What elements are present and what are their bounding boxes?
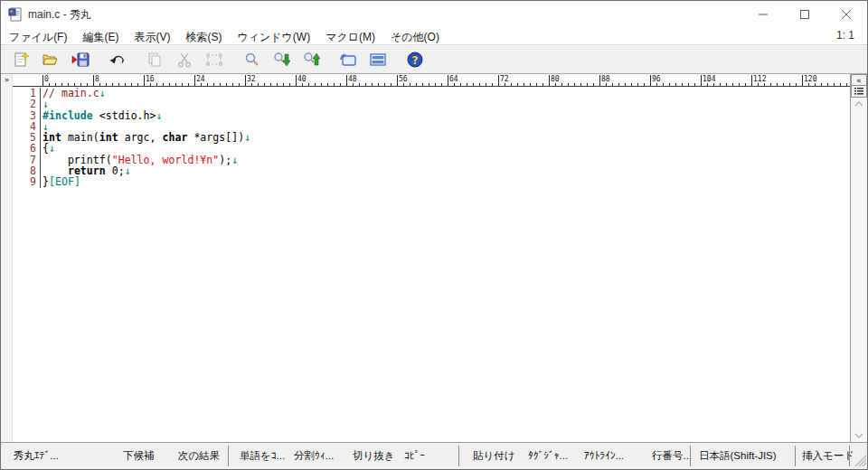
ruler-minor-tick [682, 83, 683, 86]
code-line[interactable]: 3#include <stdio.h>↓ [13, 110, 850, 121]
ruler-minor-tick [726, 83, 727, 86]
status-item-next-candidate[interactable]: 下候補 [123, 443, 155, 469]
resize-grip[interactable] [854, 454, 866, 468]
code-line[interactable]: 7 printf("Hello, world!¥n");↓ [13, 155, 850, 165]
close-button[interactable] [826, 1, 867, 28]
status-item-paste[interactable]: 貼り付け [473, 443, 515, 469]
ruler-minor-tick [517, 83, 518, 86]
status-item-split-window[interactable]: 分割ｳｨ... [294, 443, 334, 469]
ruler-minor-tick [561, 83, 562, 86]
status-item-next-result[interactable]: 次の結果 [178, 443, 220, 469]
status-item-outline[interactable]: ｱｳﾄﾗｲﾝ... [584, 443, 624, 469]
status-item-tag-jump[interactable]: ﾀｸﾞｼﾞｬ... [528, 443, 568, 469]
status-item-encoding[interactable]: 日本語(Shift-JIS) [699, 443, 777, 469]
code-line[interactable]: 5int main(int argc, char *args[])↓ [13, 132, 850, 143]
status-item-app-name[interactable]: 秀丸ｴﾃﾞ... [14, 443, 59, 469]
menu-item-macro[interactable]: マクロ(M) [326, 31, 375, 43]
ruler-minor-tick [821, 83, 822, 86]
ruler-minor-tick [505, 83, 505, 86]
menu-item-file[interactable]: ファイル(F) [9, 31, 67, 43]
ruler-label: 72 [500, 75, 509, 83]
ruler-major-tick [144, 75, 145, 86]
ruler-minor-tick [169, 83, 170, 86]
ruler-major-tick [93, 75, 94, 86]
editor-main[interactable]: 081624324048566472808896104112120 1// ma… [13, 74, 850, 442]
open-folder-button[interactable] [42, 51, 60, 69]
status-separator [690, 446, 691, 466]
ruler-major-tick [751, 75, 752, 86]
menu-item-edit[interactable]: 編集(E) [82, 31, 118, 43]
menu-item-search[interactable]: 検索(S) [185, 31, 222, 43]
undo-button[interactable] [108, 51, 127, 69]
split-window-button[interactable] [369, 51, 387, 69]
ruler-minor-tick [321, 83, 322, 86]
ruler-minor-tick [492, 83, 493, 86]
ruler-minor-tick [315, 83, 316, 86]
copy-button[interactable] [146, 51, 164, 69]
status-separator [849, 446, 850, 466]
split-window-icon [369, 51, 387, 69]
collapse-ruler-button[interactable]: « [851, 74, 867, 86]
ruler-minor-tick [764, 83, 765, 86]
ruler-label: 120 [804, 75, 816, 83]
code-line[interactable]: 1// main.c↓ [13, 88, 850, 99]
status-item-line-number[interactable]: 行番号... [652, 443, 692, 469]
menu-item-view[interactable]: 表示(V) [134, 31, 170, 43]
ruler-label: 104 [703, 75, 715, 83]
vertical-scrollbar[interactable]: « [850, 74, 867, 442]
help-button[interactable]: ? [406, 51, 424, 69]
scroll-up-icon [854, 101, 863, 107]
status-item-copy[interactable]: ｺﾋﾟｰ [404, 443, 425, 469]
code-line[interactable]: 9}[EOF] [13, 176, 850, 187]
cut-button[interactable] [175, 51, 193, 69]
save-button[interactable] [71, 51, 90, 69]
select-button[interactable] [205, 51, 223, 69]
ruler-minor-tick [467, 83, 467, 86]
scrollbar-track[interactable] [851, 98, 867, 442]
ruler-minor-tick [372, 83, 373, 86]
menu-item-other[interactable]: その他(O) [391, 31, 439, 43]
ruler-minor-tick [694, 83, 695, 86]
ruler-minor-tick [631, 83, 632, 86]
code-area[interactable]: 1// main.c↓2↓3#include <stdio.h>↓4↓5int … [13, 87, 850, 188]
ruler-major-tick [549, 75, 550, 86]
ruler-minor-tick [834, 83, 835, 86]
ruler-minor-tick [542, 83, 543, 86]
search-prev-button[interactable] [302, 51, 320, 69]
new-file-button[interactable] [12, 51, 30, 69]
ruler-minor-tick [391, 83, 392, 86]
ruler-label: 96 [652, 75, 661, 83]
tag-jump-button[interactable] [339, 51, 357, 69]
minimize-button[interactable] [742, 1, 784, 28]
menu-bar: ファイル(F)編集(E)表示(V)検索(S)ウィンドウ(W)マクロ(M)その他(… [1, 28, 867, 44]
left-margin-strip: » [1, 74, 13, 442]
ruler-minor-tick [416, 83, 417, 86]
line-number: 7 [13, 155, 41, 165]
status-item-input-mode[interactable]: 挿入モード [802, 443, 854, 469]
list-icon [854, 88, 863, 95]
ruler-major-tick [194, 75, 195, 86]
ruler-major-tick [498, 75, 499, 86]
line-list-button[interactable] [851, 86, 867, 98]
status-item-cut[interactable]: 切り抜き [353, 443, 395, 469]
ruler-minor-tick [410, 83, 410, 86]
ruler-major-tick [245, 75, 246, 86]
code-line[interactable]: 8 return 0;↓ [13, 165, 850, 176]
window-title: main.c - 秀丸 [28, 7, 91, 23]
search-next-button[interactable] [272, 51, 290, 69]
maximize-button[interactable] [784, 1, 826, 28]
line-number: 9 [13, 176, 41, 187]
ruler-minor-tick [403, 83, 404, 86]
ruler-minor-tick [251, 83, 252, 86]
help-icon: ? [406, 51, 424, 69]
ruler-minor-tick [112, 83, 113, 86]
ruler-minor-tick [783, 83, 784, 86]
status-item-copy-word[interactable]: 単語をｺ... [240, 443, 285, 469]
margin-expand-button[interactable]: » [1, 74, 13, 86]
code-text: int main(int argc, char *args[])↓ [41, 132, 250, 143]
ruler-minor-tick [137, 83, 138, 86]
search-button[interactable] [242, 51, 260, 69]
ruler-label: 88 [601, 75, 610, 83]
ruler-minor-tick [435, 83, 436, 86]
menu-item-window[interactable]: ウィンドウ(W) [237, 31, 310, 43]
